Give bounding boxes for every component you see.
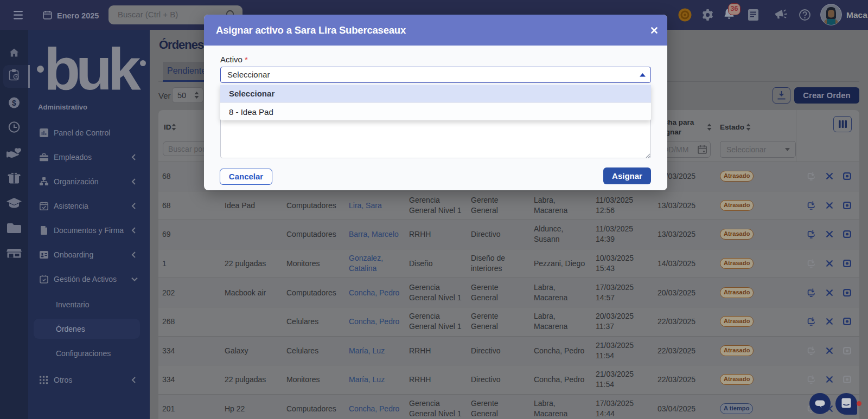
svg-text:$: $ (12, 99, 16, 107)
